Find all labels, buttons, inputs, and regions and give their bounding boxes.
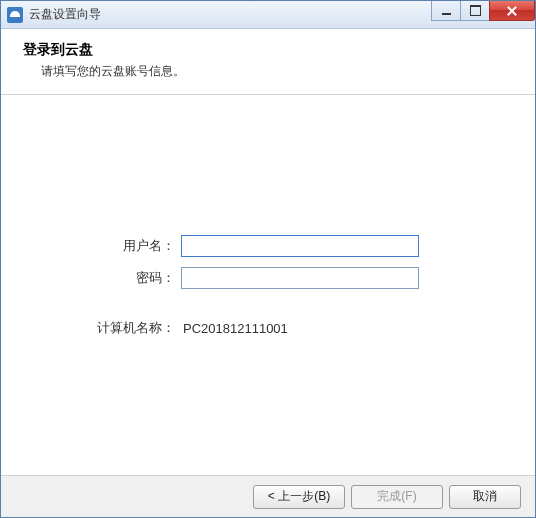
username-label: 用户名： [81, 237, 181, 255]
wizard-window: 云盘设置向导 登录到云盘 请填写您的云盘账号信息。 用户名： 密码： 计算机名称… [0, 0, 536, 518]
password-row: 密码： [81, 267, 495, 289]
wizard-header: 登录到云盘 请填写您的云盘账号信息。 [1, 29, 535, 95]
wizard-footer: < 上一步(B) 完成(F) 取消 [1, 475, 535, 517]
finish-button[interactable]: 完成(F) [351, 485, 443, 509]
computer-label: 计算机名称： [81, 319, 181, 337]
maximize-button[interactable] [460, 1, 490, 21]
username-input[interactable] [181, 235, 419, 257]
form-area: 用户名： 密码： 计算机名称： PC201812111001 [1, 95, 535, 475]
computer-name-value: PC201812111001 [181, 321, 288, 336]
titlebar: 云盘设置向导 [1, 1, 535, 29]
minimize-button[interactable] [431, 1, 461, 21]
username-row: 用户名： [81, 235, 495, 257]
close-button[interactable] [489, 1, 535, 21]
password-input[interactable] [181, 267, 419, 289]
back-button[interactable]: < 上一步(B) [253, 485, 345, 509]
window-title: 云盘设置向导 [29, 6, 101, 23]
computer-row: 计算机名称： PC201812111001 [81, 319, 495, 337]
app-icon [7, 7, 23, 23]
cancel-button[interactable]: 取消 [449, 485, 521, 509]
password-label: 密码： [81, 269, 181, 287]
page-title: 登录到云盘 [23, 41, 515, 59]
window-controls [432, 1, 535, 21]
page-subtitle: 请填写您的云盘账号信息。 [41, 63, 515, 80]
